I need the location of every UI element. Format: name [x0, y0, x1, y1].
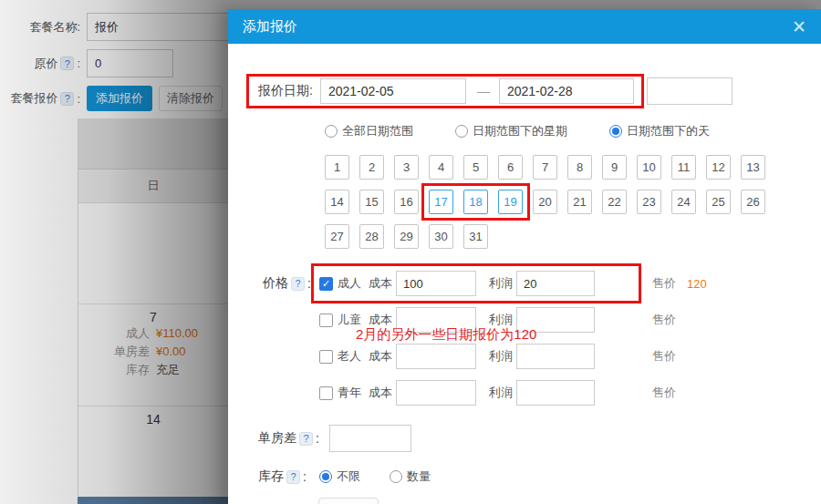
day-cell-28[interactable]: 28	[359, 224, 384, 249]
senior-profit-input[interactable]	[516, 344, 595, 369]
day-cell-8[interactable]: 8	[567, 155, 592, 180]
radio-icon	[325, 125, 338, 138]
day-cell-7[interactable]: 7	[533, 155, 557, 180]
day-cell-5[interactable]: 5	[463, 155, 488, 180]
help-icon[interactable]: ?	[299, 432, 313, 446]
day-cell-24[interactable]: 24	[671, 190, 696, 214]
day-cell-19[interactable]: 19	[498, 190, 523, 214]
cost-label: 成本	[369, 348, 392, 365]
day-cell-18[interactable]: 18	[463, 190, 488, 214]
day-cell-25[interactable]: 25	[706, 190, 731, 214]
day-cell-3[interactable]: 3	[394, 155, 419, 180]
sale-label: 售价	[652, 348, 676, 365]
help-icon[interactable]: ?	[291, 277, 305, 291]
day-cell-26[interactable]: 26	[741, 190, 765, 214]
day-grid: 1234567891011121314151617181920212223242…	[325, 155, 772, 249]
day-cell-22[interactable]: 22	[602, 190, 627, 214]
radio-label: 全部日期范围	[342, 123, 413, 139]
adult-checkbox[interactable]: ✓	[319, 277, 333, 291]
adult-profit-input[interactable]	[516, 271, 595, 296]
day-cell-29[interactable]: 29	[394, 224, 419, 249]
radio-label: 不限	[337, 468, 360, 485]
stock-row: 库存 ? : 不限 数量	[258, 468, 821, 485]
colon: :	[316, 431, 319, 446]
close-icon[interactable]: ✕	[792, 18, 806, 36]
add-quote-modal: 添加报价 ✕ 报价日期: — 全部日期范围	[228, 9, 821, 504]
day-cell-10[interactable]: 10	[637, 155, 661, 180]
radio-label: 日期范围下的星期	[473, 123, 567, 139]
price-label-group: 价格 ? :	[258, 275, 319, 292]
day-cell-23[interactable]: 23	[637, 190, 661, 214]
day-cell-16[interactable]: 16	[394, 190, 419, 214]
colon: :	[303, 469, 307, 484]
day-cell-13[interactable]: 13	[741, 155, 765, 180]
day-cell-1[interactable]: 1	[325, 155, 349, 180]
single-room-input[interactable]	[329, 425, 411, 452]
modal-title: 添加报价	[243, 18, 297, 36]
day-cell-2[interactable]: 2	[359, 155, 384, 180]
profit-label: 利润	[489, 348, 513, 365]
radio-day-in-range[interactable]: 日期范围下的天	[609, 123, 710, 139]
day-cell-27[interactable]: 27	[325, 224, 349, 249]
price-type-label: 青年	[338, 385, 363, 401]
day-cell-14[interactable]: 14	[325, 190, 349, 214]
sale-label: 售价	[652, 275, 676, 292]
day-cell-20[interactable]: 20	[533, 190, 557, 214]
radio-stock-unlimited[interactable]: 不限	[319, 468, 360, 485]
day-cell-11[interactable]: 11	[671, 155, 696, 180]
radio-stock-quantity[interactable]: 数量	[390, 468, 431, 485]
day-cell-12[interactable]: 12	[706, 155, 731, 180]
radio-weekday-in-range[interactable]: 日期范围下的星期	[455, 123, 567, 139]
date-range-mode-options: 全部日期范围 日期范围下的星期 日期范围下的天	[325, 123, 821, 139]
price-block: 价格 ? : ✓ 成人 成本 利润 售价	[258, 271, 821, 406]
radio-all-date-range[interactable]: 全部日期范围	[325, 123, 413, 139]
price-type-label: 老人	[338, 348, 363, 365]
check-icon: ✓	[322, 279, 330, 289]
start-date-input[interactable]	[320, 78, 466, 104]
senior-cost-input[interactable]	[396, 344, 476, 369]
radio-selected-icon	[609, 125, 622, 138]
confirm-quote-button[interactable]: 确定报价	[318, 498, 379, 504]
day-cell-6[interactable]: 6	[498, 155, 523, 180]
day-cell-4[interactable]: 4	[429, 155, 453, 180]
day-cell-21[interactable]: 21	[567, 190, 592, 214]
profit-label: 利润	[489, 385, 513, 401]
modal-body: 报价日期: — 全部日期范围 日期范围下的星期 日期范	[228, 74, 821, 504]
youth-profit-input[interactable]	[516, 380, 595, 406]
day-grid-wrap: 1234567891011121314151617181920212223242…	[325, 155, 772, 249]
help-icon[interactable]: ?	[286, 470, 300, 484]
day-cell-15[interactable]: 15	[359, 190, 384, 214]
radio-selected-icon	[319, 470, 332, 483]
stock-label: 库存	[258, 468, 284, 485]
radio-icon	[455, 125, 468, 138]
radio-label: 日期范围下的天	[627, 123, 710, 139]
child-checkbox[interactable]	[319, 314, 333, 327]
youth-cost-input[interactable]	[396, 380, 476, 406]
date-extra-input[interactable]	[647, 77, 733, 105]
quote-date-row: 报价日期: —	[258, 74, 821, 108]
day-cell-9[interactable]: 9	[602, 155, 627, 180]
adult-cost-input[interactable]	[396, 271, 476, 296]
day-cell-30[interactable]: 30	[429, 224, 453, 249]
day-cell-17[interactable]: 17	[429, 190, 453, 214]
price-row-senior: 老人 成本 利润 售价	[258, 344, 821, 369]
adult-sale-value: 120	[687, 277, 707, 291]
page: 套餐名称: 原价 ? : 套餐报价 ? : 添加报价 清除报价 日 7 成人	[0, 0, 821, 504]
cost-label: 成本	[369, 275, 392, 292]
single-room-row: 单房差 ? :	[258, 425, 821, 452]
adult-price-highlight-box: ✓ 成人 成本 利润	[311, 263, 641, 303]
day-cell-31[interactable]: 31	[463, 224, 488, 249]
quote-date-label: 报价日期:	[258, 83, 313, 99]
single-room-label: 单房差	[258, 430, 296, 447]
profit-label: 利润	[489, 275, 513, 292]
end-date-input[interactable]	[499, 78, 634, 104]
senior-checkbox[interactable]	[319, 350, 333, 364]
tutorial-annotation: 2月的另外一些日期报价为120	[356, 326, 536, 344]
price-row-youth: 青年 成本 利润 售价	[258, 380, 821, 406]
youth-checkbox[interactable]	[319, 386, 333, 400]
price-row-adult: 价格 ? : ✓ 成人 成本 利润 售价	[258, 271, 821, 296]
modal-header: 添加报价 ✕	[228, 9, 821, 44]
price-type-label: 成人	[338, 275, 363, 292]
date-highlight-box: 报价日期: —	[246, 74, 644, 108]
price-row-child: 儿童 成本 利润 售价	[258, 307, 821, 333]
